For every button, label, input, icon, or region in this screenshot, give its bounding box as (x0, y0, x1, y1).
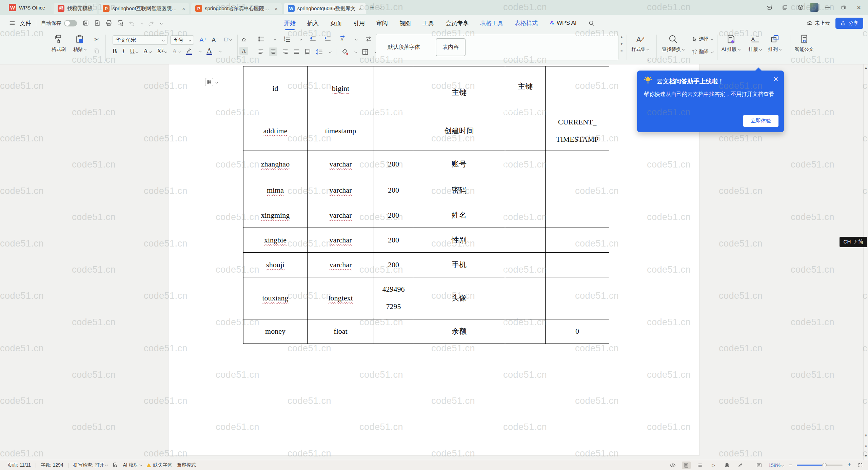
table-cell[interactable] (546, 151, 609, 178)
cut-button[interactable]: ✂ (92, 35, 101, 43)
print-preview-button[interactable] (117, 20, 124, 26)
table-cell[interactable]: 账号 (413, 151, 505, 178)
document-tab-3[interactable]: W springbootq6035数据库文× (284, 3, 366, 14)
table-cell[interactable]: varchar (308, 228, 374, 252)
clear-format-button[interactable] (239, 35, 248, 43)
gallery-more-icon[interactable]: ≡ (620, 49, 623, 53)
next-page-icon[interactable]: ⇟ (864, 444, 868, 448)
table-cell[interactable] (546, 203, 609, 228)
table-cell[interactable]: 密码 (413, 178, 505, 203)
print-button[interactable] (105, 20, 112, 26)
increase-indent-button[interactable] (324, 35, 332, 43)
read-mode-icon[interactable]: ▷ (709, 462, 718, 469)
table-cell[interactable] (505, 319, 546, 344)
table-handle-chevron-icon[interactable] (215, 81, 218, 83)
align-center-button[interactable] (269, 47, 277, 56)
minimize-button[interactable]: — (821, 2, 834, 13)
popup-close-icon[interactable]: ✕ (773, 75, 778, 83)
phonetic-guide-button[interactable]: 文̈ (223, 35, 232, 43)
menu-tab-1[interactable]: 插入 (307, 15, 319, 31)
table-cell[interactable]: zhanghao (243, 151, 308, 178)
highlight-color-button[interactable] (186, 47, 192, 55)
db-fields-table[interactable]: idbigint主键主键addtimetimestamp创建时间CURRENT_… (243, 66, 609, 344)
table-cell[interactable]: CURRENT_ TIMESTAMP (546, 111, 609, 151)
table-handle[interactable] (205, 78, 218, 86)
table-cell[interactable]: 主键 (505, 66, 546, 111)
undo-chevron-icon[interactable] (141, 22, 143, 24)
italic-button[interactable]: I (122, 47, 124, 55)
web-view-icon[interactable] (723, 462, 731, 469)
scroll-down-icon[interactable]: ▼ (864, 454, 868, 458)
borders-button[interactable] (361, 48, 369, 56)
table-cell[interactable]: varchar (308, 252, 374, 277)
group-expander-icon[interactable]: ⌟ (104, 57, 106, 62)
table-cell[interactable]: 429496 7295 (374, 277, 413, 319)
zoom-out-button[interactable]: − (789, 462, 792, 469)
table-cell[interactable] (374, 319, 413, 344)
group-expander-icon[interactable]: ⌟ (647, 57, 649, 62)
layout-button[interactable]: A 排版 (749, 34, 762, 53)
bullet-list-button[interactable] (258, 35, 265, 43)
document-tab-1[interactable]: P springboot互联网智慧医院体检平台× (99, 3, 189, 14)
menu-tab-3[interactable]: 引用 (353, 15, 365, 31)
translate-button[interactable]: 翻译 (699, 49, 709, 55)
new-tab-button[interactable]: + (370, 3, 374, 12)
align-left-button[interactable] (258, 48, 264, 55)
decrease-indent-button[interactable] (309, 35, 317, 43)
missing-font-warning[interactable]: 缺失字体 (146, 462, 172, 468)
table-cell[interactable] (505, 178, 546, 203)
table-cell[interactable]: touxiang (243, 277, 308, 319)
table-cell[interactable]: 余额 (413, 319, 505, 344)
table-cell[interactable]: 主键 (413, 66, 505, 111)
spellcheck-status[interactable]: 拼写检查: 打开 (73, 462, 108, 468)
line-spacing-button[interactable] (316, 48, 323, 56)
group-expander-icon[interactable]: ⌟ (369, 57, 371, 62)
table-cell[interactable]: xingming (243, 203, 308, 228)
table-cell[interactable]: varchar (308, 178, 374, 203)
align-right-button[interactable] (282, 48, 289, 55)
menu-tab-6[interactable]: 工具 (422, 15, 434, 31)
menu-tab-0[interactable]: 开始 (284, 15, 296, 31)
justify-button[interactable] (293, 48, 300, 55)
ai-layout-button[interactable]: AI 排版 (722, 34, 740, 53)
save-button[interactable] (82, 20, 89, 26)
fit-page-icon[interactable] (755, 462, 764, 469)
table-cell[interactable] (505, 252, 546, 277)
copy-button[interactable] (92, 47, 101, 55)
table-cell[interactable]: 头像 (413, 277, 505, 319)
shading-button[interactable] (341, 48, 349, 56)
table-cell[interactable] (505, 277, 546, 319)
page-indicator[interactable]: 页面: 11/11 (7, 462, 31, 468)
table-cell[interactable]: 创建时间 (413, 111, 505, 151)
table-cell[interactable]: 手机 (413, 252, 505, 277)
table-cell[interactable]: timestamp (308, 111, 374, 151)
table-cell[interactable]: addtime (243, 111, 308, 151)
find-replace-button[interactable]: 查找替换 (662, 34, 684, 53)
table-cell[interactable] (505, 228, 546, 252)
document-tab-0[interactable]: 稻 找稻壳模板 (54, 3, 97, 14)
tab-close-icon[interactable]: × (359, 6, 362, 12)
user-avatar[interactable] (810, 3, 818, 12)
quickbar-more-chevron-icon[interactable] (160, 22, 163, 24)
table-cell[interactable]: 200 (374, 151, 413, 178)
table-cell[interactable]: id (243, 66, 308, 111)
table-cell[interactable]: 200 (374, 252, 413, 277)
table-cell[interactable]: varchar (308, 151, 374, 178)
ime-indicator[interactable]: CH ☽ 简 (840, 237, 867, 247)
assistant-icon[interactable] (763, 2, 776, 13)
table-cell[interactable]: mima (243, 178, 308, 203)
table-cell[interactable]: 200 (374, 228, 413, 252)
zoom-level[interactable]: 158% (768, 463, 784, 468)
ai-proof-button[interactable]: AI 校对 (123, 462, 141, 468)
tab-close-icon[interactable]: × (275, 6, 278, 12)
table-cell[interactable]: xingbie (243, 228, 308, 252)
menu-tab-5[interactable]: 视图 (399, 15, 411, 31)
table-cell[interactable]: longtext (308, 277, 374, 319)
word-count[interactable]: 字数: 1294 (41, 462, 63, 468)
table-cell[interactable] (546, 277, 609, 319)
table-cell[interactable] (546, 252, 609, 277)
table-select-icon[interactable] (205, 78, 213, 86)
export-pdf-button[interactable] (94, 20, 101, 26)
zoom-slider[interactable] (797, 465, 843, 466)
style-chip-0[interactable]: 默认段落字体 (381, 38, 427, 56)
